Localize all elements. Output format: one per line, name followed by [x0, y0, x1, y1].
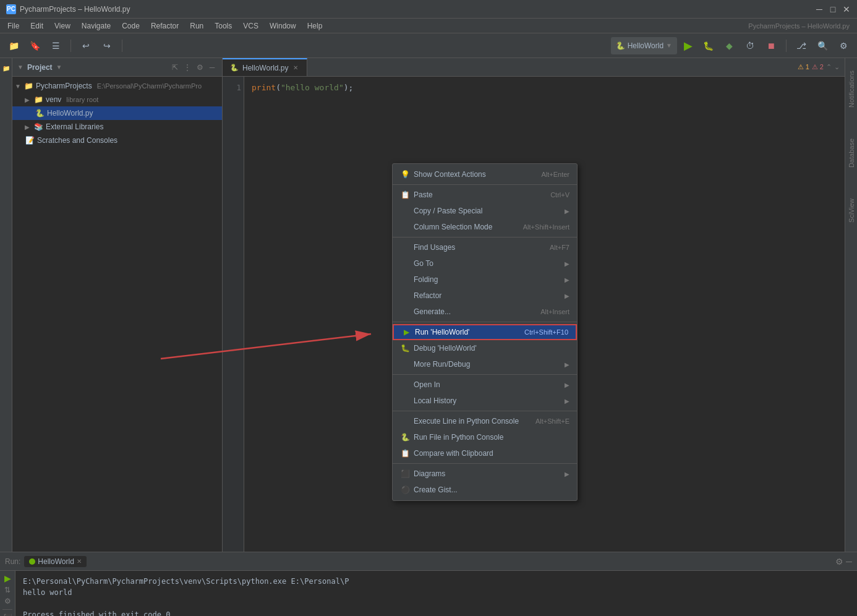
project-header-icons: ⇱ ⋮ ⚙ ─ [170, 62, 217, 72]
run-stop-btn[interactable]: ⬛ [3, 614, 12, 616]
warning-indicator[interactable]: ⚠ 1 [798, 63, 809, 71]
menu-view[interactable]: View [49, 20, 75, 32]
project-panel-title: Project [27, 63, 53, 72]
fold-expand-icon[interactable]: ⌃ [826, 63, 832, 71]
menu-navigate[interactable]: Navigate [77, 20, 116, 32]
menu-refactor[interactable]: Refactor [146, 20, 184, 32]
minimize-button[interactable]: ─ [815, 5, 824, 14]
ctx-left-more-run: More Run/Debug [400, 359, 470, 369]
ctx-left-compare: 📋 Compare with Clipboard [400, 448, 493, 458]
coverage-button[interactable]: ◆ [720, 37, 738, 54]
minimize-panel-icon[interactable]: ─ [207, 62, 217, 72]
sciview-label[interactable]: SciView [848, 199, 855, 223]
ctx-execute-line[interactable]: Execute Line in Python Console Alt+Shift… [393, 413, 577, 429]
ctx-folding[interactable]: Folding ▶ [393, 272, 577, 288]
menu-vcs[interactable]: VCS [238, 20, 263, 32]
menu-window[interactable]: Window [265, 20, 301, 32]
ctx-label-debug: Debug 'HelloWorld' [414, 344, 477, 353]
run-scroll-btn[interactable]: ⇅ [4, 586, 11, 594]
ctx-find-usages[interactable]: Find Usages Alt+F7 [393, 239, 577, 255]
run-button[interactable]: ▶ [681, 38, 696, 53]
tree-item-helloworld[interactable]: 🐍 HelloWorld.py [12, 106, 222, 120]
menu-tools[interactable]: Tools [210, 20, 237, 32]
close-button[interactable]: ✕ [842, 5, 851, 14]
ctx-show-context-actions[interactable]: 💡 Show Context Actions Alt+Enter [393, 166, 577, 182]
git-button[interactable]: ⎇ [793, 37, 810, 54]
ctx-more-run-debug[interactable]: More Run/Debug ▶ [393, 356, 577, 372]
menu-run[interactable]: Run [185, 20, 208, 32]
run-play-btn[interactable]: ▶ [4, 573, 11, 583]
ctx-arrow-more-run: ▶ [565, 361, 569, 368]
menu-edit[interactable]: Edit [25, 20, 48, 32]
tree-item-scratches[interactable]: 📝 Scratches and Consoles [12, 134, 222, 147]
ctx-open-in[interactable]: Open In ▶ [393, 377, 577, 393]
run-settings-btn[interactable]: ⚙ [835, 557, 843, 567]
profile-button[interactable]: ⏱ [741, 37, 759, 54]
run-tab-helloworld[interactable]: HelloWorld ✕ [24, 556, 86, 567]
project-sidebar-icon[interactable]: 📁 [1, 63, 11, 73]
ctx-compare-clipboard[interactable]: 📋 Compare with Clipboard [393, 445, 577, 461]
run-minimize-btn[interactable]: ─ [846, 557, 852, 567]
ctx-arrow-local-history: ▶ [565, 398, 569, 404]
tab-close-button[interactable]: ✕ [292, 64, 299, 72]
debug-button[interactable]: 🐛 [699, 37, 717, 54]
collapse-all-icon[interactable]: ⇱ [170, 62, 180, 72]
run-tab-close[interactable]: ✕ [77, 558, 82, 565]
external-libs-icon: 📚 [33, 122, 43, 132]
settings-button[interactable]: ⚙ [835, 37, 852, 54]
ctx-paste[interactable]: 📋 Paste Ctrl+V [393, 187, 577, 203]
settings-icon[interactable]: ⚙ [195, 62, 205, 72]
ctx-refactor[interactable]: Refactor ▶ [393, 288, 577, 304]
run-settings-btn2[interactable]: ⚙ [4, 597, 11, 605]
undo-button[interactable]: ↩ [77, 37, 95, 54]
editor-tab-helloworld[interactable]: 🐍 HelloWorld.py ✕ [223, 58, 307, 76]
error-indicator[interactable]: ⚠ 2 [812, 63, 824, 71]
ctx-left-paste: 📋 Paste [400, 190, 433, 200]
show-options-icon[interactable]: ⋮ [182, 62, 192, 72]
ctx-diagrams-icon: ⬛ [400, 469, 410, 479]
ctx-label-local-history: Local History [414, 396, 456, 405]
menu-file[interactable]: File [2, 20, 24, 32]
ctx-label-go-to: Go To [414, 259, 433, 268]
tree-item-root[interactable]: ▼ 📁 PycharmProjects E:\Personal\PyCharm\… [12, 79, 222, 93]
ctx-generate[interactable]: Generate... Alt+Insert [393, 304, 577, 320]
project-chevron-icon[interactable]: ▼ [17, 64, 23, 71]
project-view-button[interactable]: 📁 [5, 37, 22, 54]
project-header-left: ▼ Project ▼ [17, 63, 62, 72]
fold-collapse-icon[interactable]: ⌄ [834, 63, 840, 71]
ctx-copy-paste-special[interactable]: Copy / Paste Special ▶ [393, 203, 577, 219]
ctx-run-file-python[interactable]: 🐍 Run File in Python Console [393, 429, 577, 445]
window-controls[interactable]: ─ □ ✕ [815, 5, 851, 14]
structure-button[interactable]: ☰ [47, 37, 64, 54]
tab-python-icon: 🐍 [230, 64, 239, 72]
window-title: PycharmProjects – HelloWorld.py [20, 5, 130, 14]
run-panel-header: Run: HelloWorld ✕ ⚙ ─ [0, 552, 857, 571]
database-label[interactable]: Database [848, 139, 855, 168]
ctx-column-selection[interactable]: Column Selection Mode Alt+Shift+Insert [393, 219, 577, 235]
ctx-diagrams[interactable]: ⬛ Diagrams ▶ [393, 466, 577, 482]
menu-code[interactable]: Code [117, 20, 145, 32]
ctx-run-helloworld[interactable]: ▶ Run 'HelloWorld' Ctrl+Shift+F10 [393, 324, 577, 340]
ctx-label-compare: Compare with Clipboard [414, 449, 493, 458]
maximize-button[interactable]: □ [829, 5, 837, 14]
bookmark-button[interactable]: 🔖 [26, 37, 43, 54]
ctx-create-gist[interactable]: ⚫ Create Gist... [393, 482, 577, 498]
tree-item-venv[interactable]: ▶ 📁 venv library root [12, 93, 222, 106]
menu-help[interactable]: Help [302, 20, 328, 32]
stop-button[interactable]: ⏹ [762, 37, 780, 54]
run-configuration[interactable]: 🐍 HelloWorld ▼ [611, 37, 677, 54]
search-button[interactable]: 🔍 [814, 37, 831, 54]
ctx-go-to[interactable]: Go To ▶ [393, 255, 577, 272]
ctx-left-copy-paste: Copy / Paste Special [400, 206, 482, 216]
project-dropdown-icon[interactable]: ▼ [56, 64, 62, 71]
tree-label-root: PycharmProjects [36, 82, 92, 90]
ctx-left-open-in: Open In [400, 380, 440, 390]
run-config-dropdown-icon[interactable]: ▼ [666, 42, 672, 49]
ctx-local-history[interactable]: Local History ▶ [393, 393, 577, 409]
editor-tabs: 🐍 HelloWorld.py ✕ ⚠ 1 ⚠ 2 ⌃ ⌄ [223, 58, 845, 77]
tree-item-external-libs[interactable]: ▶ 📚 External Libraries [12, 120, 222, 134]
ctx-arrow-go-to: ▶ [565, 260, 569, 267]
redo-button[interactable]: ↪ [98, 37, 116, 54]
notifications-label[interactable]: Notifications [848, 71, 855, 108]
ctx-debug-helloworld[interactable]: 🐛 Debug 'HelloWorld' [393, 340, 577, 356]
